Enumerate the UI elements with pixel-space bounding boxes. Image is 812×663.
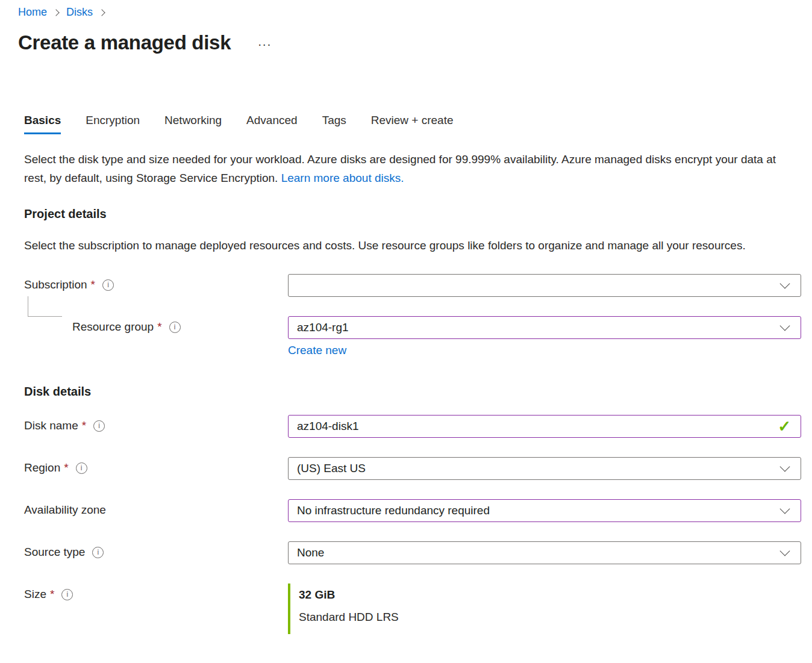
info-icon[interactable]: i — [169, 322, 181, 333]
size-sku: Standard HDD LRS — [299, 608, 801, 626]
project-details-heading: Project details — [24, 207, 801, 221]
required-asterisk: * — [157, 320, 161, 334]
region-value: (US) East US — [297, 462, 366, 475]
source-type-control: None — [288, 541, 801, 564]
page-title: Create a managed disk — [18, 31, 231, 54]
tab-tags[interactable]: Tags — [322, 114, 346, 134]
availability-zone-dropdown[interactable]: No infrastructure redundancy required — [288, 499, 801, 522]
size-label: Size * i — [24, 584, 288, 601]
project-details-description: Select the subscription to manage deploy… — [24, 236, 801, 255]
availability-zone-value: No infrastructure redundancy required — [297, 504, 490, 517]
tab-bar: Basics Encryption Networking Advanced Ta… — [24, 114, 801, 134]
resource-group-label-text: Resource group — [72, 320, 154, 334]
disk-name-row: Disk name * i ✓ — [24, 415, 801, 438]
disk-name-field: ✓ — [288, 415, 801, 438]
subscription-control — [288, 274, 801, 297]
size-summary[interactable]: 32 GiB Standard HDD LRS — [288, 584, 801, 634]
size-label-text: Size — [24, 588, 46, 601]
chevron-down-icon — [780, 321, 790, 331]
main-content: Basics Encryption Networking Advanced Ta… — [0, 114, 812, 634]
info-icon[interactable]: i — [61, 589, 73, 600]
size-value: 32 GiB — [299, 586, 801, 603]
info-icon[interactable]: i — [76, 462, 87, 474]
resource-group-label: Resource group * i — [24, 316, 288, 334]
more-options-icon[interactable]: ··· — [258, 36, 272, 50]
region-label-text: Region — [24, 461, 60, 475]
resource-group-row: Resource group * i az104-rg1 Create new — [24, 316, 801, 357]
info-icon[interactable]: i — [92, 547, 104, 558]
breadcrumb: Home Disks — [0, 0, 812, 19]
subscription-dropdown[interactable] — [288, 274, 801, 297]
disk-name-input[interactable] — [297, 420, 778, 433]
learn-more-link[interactable]: Learn more about disks. — [281, 172, 404, 184]
info-icon[interactable]: i — [93, 420, 105, 432]
source-type-label: Source type i — [24, 541, 288, 559]
chevron-down-icon — [780, 504, 790, 514]
disk-name-control: ✓ — [288, 415, 801, 438]
chevron-down-icon — [780, 546, 790, 556]
source-type-row: Source type i None — [24, 541, 801, 564]
required-asterisk: * — [82, 419, 86, 432]
required-asterisk: * — [64, 461, 68, 475]
subscription-label-text: Subscription — [24, 278, 87, 291]
tab-review-create[interactable]: Review + create — [371, 114, 454, 134]
valid-check-icon: ✓ — [778, 419, 791, 434]
hierarchy-connector — [28, 296, 62, 317]
region-dropdown[interactable]: (US) East US — [288, 457, 801, 480]
page-header: Create a managed disk ··· — [0, 31, 812, 54]
size-control: 32 GiB Standard HDD LRS — [288, 584, 801, 634]
basics-form: Subscription * i Resource group * i az10… — [24, 274, 801, 634]
region-control: (US) East US — [288, 457, 801, 480]
source-type-label-text: Source type — [24, 546, 85, 559]
region-label: Region * i — [24, 457, 288, 475]
breadcrumb-separator-icon — [98, 9, 105, 16]
resource-group-control: az104-rg1 Create new — [288, 316, 801, 357]
tab-networking[interactable]: Networking — [164, 114, 222, 134]
intro-text: Select the disk type and size needed for… — [24, 150, 801, 187]
availability-zone-label-text: Availability zone — [24, 503, 106, 517]
resource-group-value: az104-rg1 — [297, 321, 349, 334]
required-asterisk: * — [50, 588, 54, 601]
chevron-down-icon — [780, 279, 790, 289]
availability-zone-row: Availability zone No infrastructure redu… — [24, 499, 801, 522]
info-icon[interactable]: i — [102, 279, 114, 291]
tab-advanced[interactable]: Advanced — [246, 114, 298, 134]
size-row: Size * i 32 GiB Standard HDD LRS — [24, 584, 801, 634]
required-asterisk: * — [91, 278, 95, 291]
disk-details-heading: Disk details — [24, 385, 801, 399]
subscription-label: Subscription * i — [24, 274, 288, 291]
tab-basics[interactable]: Basics — [24, 114, 61, 134]
availability-zone-label: Availability zone — [24, 499, 288, 517]
breadcrumb-disks-link[interactable]: Disks — [66, 6, 93, 19]
breadcrumb-separator-icon — [52, 9, 59, 16]
disk-name-label: Disk name * i — [24, 415, 288, 432]
resource-group-dropdown[interactable]: az104-rg1 — [288, 316, 801, 339]
source-type-value: None — [297, 546, 324, 559]
disk-name-label-text: Disk name — [24, 419, 78, 432]
breadcrumb-home-link[interactable]: Home — [18, 6, 47, 19]
create-new-link[interactable]: Create new — [288, 344, 346, 357]
chevron-down-icon — [780, 462, 790, 472]
availability-zone-control: No infrastructure redundancy required — [288, 499, 801, 522]
region-row: Region * i (US) East US — [24, 457, 801, 480]
tab-encryption[interactable]: Encryption — [86, 114, 140, 134]
subscription-row: Subscription * i — [24, 274, 801, 297]
source-type-dropdown[interactable]: None — [288, 541, 801, 564]
